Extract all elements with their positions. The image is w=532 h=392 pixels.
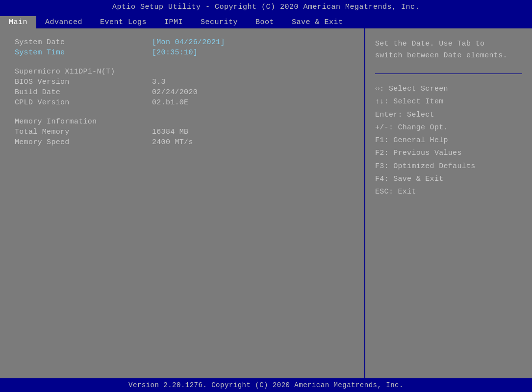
shortcut-select-screen: ⇔: Select Screen <box>375 83 522 96</box>
nav-item-security[interactable]: Security <box>192 16 247 28</box>
memory-speed-row: Memory Speed 2400 MT/s <box>15 138 350 147</box>
title-text: Aptio Setup Utility - Copyright (C) 2020… <box>112 3 420 11</box>
total-memory-row: Total Memory 16384 MB <box>15 128 350 136</box>
right-panel: Set the Date. Use Tab toswitch between D… <box>365 28 532 378</box>
total-memory-value: 16384 MB <box>152 128 188 136</box>
cpld-version-label: CPLD Version <box>15 98 152 107</box>
shortcut-select-item: ↑↓: Select Item <box>375 96 522 108</box>
system-time-row: System Time [20:35:10] <box>15 49 350 57</box>
nav-item-ipmi[interactable]: IPMI <box>155 16 192 28</box>
bios-version-label: BIOS Version <box>15 78 152 86</box>
footer: Version 2.20.1276. Copyright (C) 2020 Am… <box>0 378 532 392</box>
nav-bar: Main Advanced Event Logs IPMI Security B… <box>0 14 532 28</box>
memory-section-title: Memory Information <box>15 118 350 126</box>
shortcut-f3: F3: Optimized Defaults <box>375 160 522 173</box>
title-bar: Aptio Setup Utility - Copyright (C) 2020… <box>0 0 532 14</box>
shortcut-f4: F4: Save & Exit <box>375 173 522 186</box>
nav-item-advanced[interactable]: Advanced <box>36 16 91 28</box>
memory-speed-value: 2400 MT/s <box>152 138 193 147</box>
nav-item-boot[interactable]: Boot <box>247 16 283 28</box>
nav-item-event-logs[interactable]: Event Logs <box>91 16 155 28</box>
system-model: Supermicro X11DPi-N(T) <box>15 68 350 76</box>
shortcut-esc: ESC: Exit <box>375 186 522 198</box>
system-date-label: System Date <box>15 38 152 47</box>
footer-text: Version 2.20.1276. Copyright (C) 2020 Am… <box>128 381 404 389</box>
shortcut-f2: F2: Previous Values <box>375 147 522 160</box>
shortcut-change-opt: +/-: Change Opt. <box>375 122 522 134</box>
build-date-label: Build Date <box>15 88 152 97</box>
cpld-version-value: 02.b1.0E <box>152 98 188 107</box>
bios-version-row: BIOS Version 3.3 <box>15 78 350 86</box>
bios-version-value: 3.3 <box>152 78 166 86</box>
nav-item-save-exit[interactable]: Save & Exit <box>283 16 352 28</box>
total-memory-label: Total Memory <box>15 128 152 136</box>
system-time-value[interactable]: [20:35:10] <box>152 49 198 57</box>
bios-screen: Aptio Setup Utility - Copyright (C) 2020… <box>0 0 532 392</box>
build-date-value: 02/24/2020 <box>152 88 198 97</box>
shortcut-enter: Enter: Select <box>375 109 522 122</box>
shortcut-list: ⇔: Select Screen ↑↓: Select Item Enter: … <box>375 83 522 198</box>
divider <box>375 74 522 74</box>
system-date-value[interactable]: [Mon 04/26/2021] <box>152 38 225 47</box>
shortcut-f1: F1: General Help <box>375 134 522 147</box>
system-time-label: System Time <box>15 49 152 57</box>
nav-item-main[interactable]: Main <box>0 16 36 28</box>
main-content: System Date [Mon 04/26/2021] System Time… <box>0 28 532 378</box>
help-text: Set the Date. Use Tab toswitch between D… <box>375 38 522 62</box>
left-panel: System Date [Mon 04/26/2021] System Time… <box>0 28 365 378</box>
memory-speed-label: Memory Speed <box>15 138 152 147</box>
cpld-version-row: CPLD Version 02.b1.0E <box>15 98 350 107</box>
build-date-row: Build Date 02/24/2020 <box>15 88 350 97</box>
system-date-row: System Date [Mon 04/26/2021] <box>15 38 350 47</box>
